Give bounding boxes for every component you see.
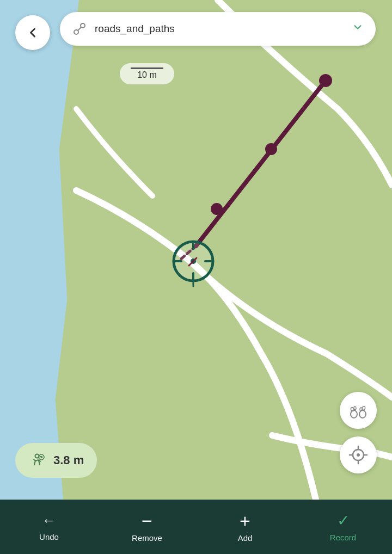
- distance-value: 3.8 m: [53, 453, 84, 467]
- svg-point-13: [74, 30, 78, 34]
- remove-icon: −: [142, 512, 152, 530]
- record-button[interactable]: ✓ Record: [310, 512, 376, 542]
- record-label: Record: [330, 533, 356, 542]
- distance-badge: 3.8 m: [15, 443, 97, 478]
- footprints-button[interactable]: [340, 392, 377, 429]
- svg-point-15: [351, 410, 357, 418]
- remove-button[interactable]: − Remove: [114, 512, 180, 543]
- svg-point-3: [265, 143, 277, 155]
- layer-selector[interactable]: roads_and_paths: [60, 12, 376, 46]
- map-svg-overlay: [0, 0, 392, 500]
- scale-line: [131, 67, 163, 69]
- location-icon: [348, 445, 368, 465]
- svg-point-14: [81, 23, 85, 28]
- back-icon: [25, 25, 40, 40]
- add-button[interactable]: + Add: [212, 512, 278, 543]
- map-container: [0, 0, 392, 500]
- undo-label: Undo: [39, 532, 59, 541]
- undo-icon: ←: [42, 512, 56, 529]
- back-button[interactable]: [15, 15, 50, 50]
- add-icon: +: [240, 512, 250, 530]
- svg-point-20: [362, 406, 366, 410]
- dropdown-arrow-icon: [352, 21, 364, 36]
- undo-button[interactable]: ← Undo: [16, 512, 82, 541]
- layer-name: roads_and_paths: [95, 23, 352, 35]
- svg-point-18: [359, 410, 366, 418]
- svg-point-4: [211, 203, 223, 215]
- scale-indicator: 10 m: [120, 63, 174, 84]
- footprints-icon: [348, 402, 369, 418]
- bottom-toolbar: ← Undo − Remove + Add ✓ Record: [0, 500, 392, 554]
- walk-distance-icon: [28, 452, 46, 469]
- svg-point-17: [354, 407, 357, 410]
- scale-bar: [131, 67, 163, 69]
- location-button[interactable]: [340, 436, 377, 473]
- path-type-icon: [72, 21, 87, 36]
- add-label: Add: [238, 533, 253, 543]
- remove-label: Remove: [132, 533, 162, 543]
- record-check-icon: ✓: [337, 512, 350, 530]
- svg-point-29: [41, 457, 42, 458]
- svg-point-22: [357, 453, 360, 457]
- svg-point-2: [319, 74, 332, 87]
- svg-line-0: [196, 81, 326, 246]
- scale-label: 10 m: [137, 70, 157, 80]
